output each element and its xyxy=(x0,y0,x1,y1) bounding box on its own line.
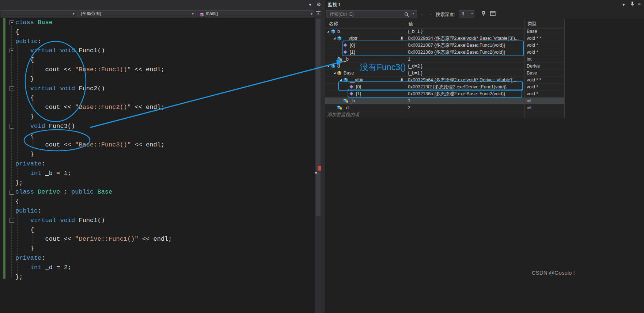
project-dropdown[interactable]: ▾ xyxy=(1,10,76,17)
editor-vertical-scrollbar[interactable] xyxy=(315,18,321,313)
pin-icon[interactable] xyxy=(400,36,404,42)
pointer-diamond-icon xyxy=(343,50,348,54)
chevron-down-icon[interactable]: ▾ xyxy=(622,2,625,7)
method-icon xyxy=(200,12,204,18)
private-member-icon xyxy=(343,99,348,103)
column-header-name[interactable]: 名称 xyxy=(329,21,338,27)
fold-collapse-button[interactable] xyxy=(10,86,14,91)
watch-type: void * xyxy=(527,42,563,49)
scrollbar-caret-marker xyxy=(315,172,317,173)
search-depth-value: 3 xyxy=(462,11,464,17)
expander-icon[interactable] xyxy=(327,30,329,33)
object-cube-icon xyxy=(331,64,336,68)
watch-name-cell: d xyxy=(325,63,406,69)
code-line: virtual void Func1() xyxy=(15,216,172,225)
pin-icon[interactable] xyxy=(400,78,404,83)
scrollbar-thumb[interactable] xyxy=(316,19,321,216)
code-line: cout << "Base::Func3()" << endl; xyxy=(15,140,172,150)
code-line: { xyxy=(15,131,172,141)
watch-row[interactable]: _b1int xyxy=(325,98,565,104)
fold-collapse-button[interactable] xyxy=(10,20,14,25)
watch-name-cell: __vfptr xyxy=(325,35,406,42)
columns-layout-icon[interactable] xyxy=(490,11,496,18)
scrollbar-marker-red xyxy=(318,166,321,171)
code-line: class Derive : public Base xyxy=(15,187,172,197)
previous-result-icon[interactable]: ← xyxy=(420,11,425,17)
watch-value: 0x00329b64 {多态原理2.exe!void(* Derive::`vf… xyxy=(408,77,523,83)
base-class-icon xyxy=(337,71,342,75)
watch-row[interactable]: [1]0x0032136b {多态原理2.exe!Base::Func2(voi… xyxy=(325,91,565,98)
code-line: cout << "Derive::Func1()" << endl; xyxy=(15,234,172,244)
watch-row[interactable]: [0]0x00321087 {多态原理2.exe!Base::Func1(voi… xyxy=(325,42,565,49)
fold-collapse-button[interactable] xyxy=(10,49,14,53)
watch-name-cell: [0] xyxy=(325,84,406,90)
watch-row[interactable]: [0]0x003213f2 {多态原理2.exe!Derive::Func1(v… xyxy=(325,84,565,91)
watch-row[interactable]: __vfptr0x00329b64 {多态原理2.exe!void(* Deri… xyxy=(325,77,565,84)
watch-row[interactable]: _b1int xyxy=(325,56,565,63)
search-depth-dropdown[interactable]: 3 ▾ xyxy=(459,10,474,18)
expander-icon[interactable] xyxy=(333,72,336,74)
expander-icon[interactable] xyxy=(340,79,342,81)
watch-name-cell: Base xyxy=(325,70,406,76)
chevron-down-icon: ▾ xyxy=(192,11,194,17)
watch-row[interactable]: d{_d=2 }Derive xyxy=(325,63,565,70)
code-line: public: xyxy=(15,37,172,46)
watch-row[interactable]: b{_b=1 }Base xyxy=(325,28,565,35)
code-line: cout << "Base::Func1()" << endl; xyxy=(15,65,172,75)
pin-icon[interactable] xyxy=(630,1,634,8)
scope-dropdown[interactable]: (全局范围) ▾ xyxy=(77,10,196,17)
watch-grid: 名称 值 类型 b{_b=1 }Base__vfptr0x00329b34 {多… xyxy=(325,19,565,118)
code-line: { xyxy=(15,197,172,206)
private-member-icon xyxy=(337,106,342,110)
editor-top-bar: ▾ ⚙ xyxy=(0,0,321,9)
watch-value: 0x00329b34 {多态原理2.exe!void(* Base::`vfta… xyxy=(408,35,523,42)
expander-icon[interactable] xyxy=(327,65,329,67)
watch-type: void * * xyxy=(527,35,563,42)
watch-type: Base xyxy=(527,28,563,35)
code-line: private: xyxy=(15,159,172,169)
pin-properties-icon[interactable] xyxy=(481,11,486,18)
gear-icon[interactable]: ⚙ xyxy=(317,1,321,8)
watch-add-row[interactable]: 添加要监视的项 xyxy=(325,111,565,118)
watch-name: __vfptr xyxy=(350,77,364,83)
watch-toolbar: ▾ ← → 搜索深度: 3 ▾ xyxy=(325,9,644,19)
fold-collapse-button[interactable] xyxy=(10,124,14,129)
code-line: { xyxy=(15,56,172,65)
watch-row[interactable]: Base{_b=1 }Base xyxy=(325,70,565,77)
chevron-down-icon[interactable]: ▾ xyxy=(309,1,311,8)
watch-search-input[interactable] xyxy=(329,11,404,18)
watch-name: [0] xyxy=(350,43,355,48)
column-divider[interactable] xyxy=(564,19,565,118)
column-headers: 名称 值 类型 xyxy=(325,19,565,28)
watch-name-cell: _d xyxy=(325,104,406,111)
object-cube-icon xyxy=(343,78,348,82)
watch-row[interactable]: __vfptr0x00329b34 {多态原理2.exe!void(* Base… xyxy=(325,35,565,42)
watch-type: void * * xyxy=(527,77,563,83)
fold-collapse-button[interactable] xyxy=(10,218,14,223)
code-editor[interactable]: class Base{public: virtual void Func1() … xyxy=(0,18,315,313)
watch-name-cell: [1] xyxy=(325,49,406,56)
search-icon[interactable] xyxy=(404,12,409,18)
fold-collapse-button[interactable] xyxy=(10,190,14,195)
column-divider[interactable] xyxy=(406,19,406,118)
code-line: }; xyxy=(15,178,172,188)
code-line: } xyxy=(15,75,172,84)
watch-name-cell: __vfptr xyxy=(325,77,406,83)
code-line: virtual void Func2() xyxy=(15,84,172,93)
function-dropdown[interactable]: main() ▾ xyxy=(197,10,314,17)
editor-pane: ▾ ⚙ ▾ (全局范围) ▾ main() ▾ xyxy=(0,0,321,313)
watch-value: 1 xyxy=(408,98,523,104)
column-header-type[interactable]: 类型 xyxy=(527,21,537,27)
watch-row[interactable]: _d2int xyxy=(325,104,565,111)
watch-type: Derive xyxy=(527,63,563,69)
code-line: virtual void Func1() xyxy=(15,46,172,56)
watch-title: 监视 1 xyxy=(328,2,341,8)
column-header-value[interactable]: 值 xyxy=(409,21,413,27)
chevron-down-icon[interactable]: ▾ xyxy=(412,11,414,15)
next-result-icon[interactable]: → xyxy=(428,11,433,17)
expander-icon[interactable] xyxy=(333,37,336,39)
watch-row[interactable]: [1]0x0032136b {多态原理2.exe!Base::Func2(voi… xyxy=(325,49,565,56)
column-divider[interactable] xyxy=(524,19,525,118)
close-icon[interactable]: × xyxy=(638,1,641,7)
split-editor-icon[interactable] xyxy=(315,11,321,16)
